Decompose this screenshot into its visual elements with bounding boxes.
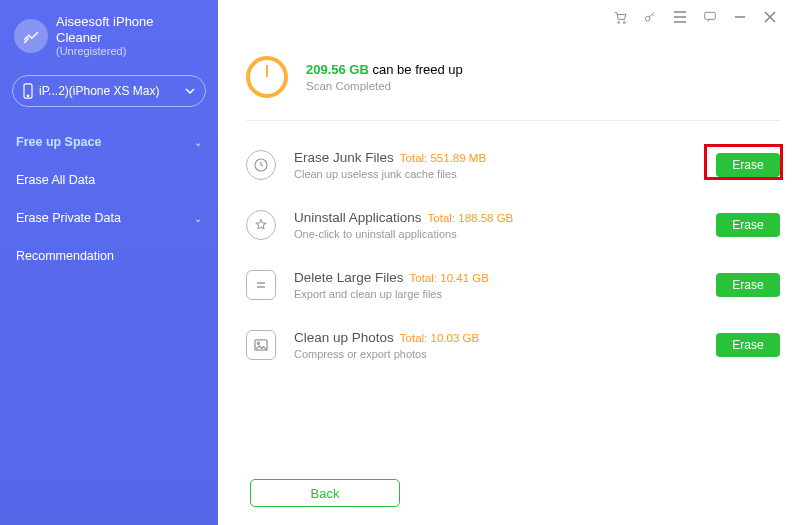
- app-branding: Aiseesoft iPhoneCleaner (Unregistered): [0, 8, 218, 71]
- close-button[interactable]: [762, 11, 778, 23]
- item-total: Total: 188.58 GB: [428, 212, 514, 224]
- svg-point-1: [27, 95, 29, 97]
- svg-point-4: [645, 16, 650, 21]
- cleanup-items: Erase Junk FilesTotal: 551.89 MB Clean u…: [246, 135, 780, 375]
- app-logo-icon: [14, 19, 48, 53]
- item-total: Total: 10.41 GB: [410, 272, 489, 284]
- scan-summary: 209.56 GB can be freed up Scan Completed: [246, 56, 780, 121]
- device-selector[interactable]: iP...2)(iPhone XS Max): [12, 75, 206, 107]
- item-title: Erase Junk Files: [294, 150, 394, 165]
- item-total: Total: 551.89 MB: [400, 152, 486, 164]
- nav-free-up-space[interactable]: Free up Space ⌄: [0, 123, 218, 161]
- item-title: Uninstall Applications: [294, 210, 422, 225]
- chevron-down-icon: ⌄: [194, 137, 202, 148]
- erase-button-large[interactable]: Erase: [716, 273, 780, 297]
- svg-point-2: [617, 21, 619, 23]
- nav-recommendation[interactable]: Recommendation: [0, 237, 218, 275]
- svg-rect-5: [705, 12, 716, 19]
- sidebar-nav: Free up Space ⌄ Erase All Data Erase Pri…: [0, 123, 218, 275]
- item-photos: Clean up PhotosTotal: 10.03 GB Compress …: [246, 315, 780, 375]
- nav-label: Erase Private Data: [16, 211, 121, 225]
- item-junk-files: Erase Junk FilesTotal: 551.89 MB Clean u…: [246, 135, 780, 195]
- nav-erase-all-data[interactable]: Erase All Data: [0, 161, 218, 199]
- minimize-button[interactable]: [732, 11, 748, 23]
- summary-amount: 209.56 GB: [306, 62, 369, 77]
- svg-point-8: [257, 342, 259, 344]
- clock-icon: [246, 150, 276, 180]
- item-title: Clean up Photos: [294, 330, 394, 345]
- nav-label: Erase All Data: [16, 173, 95, 187]
- item-desc: Export and clean up large files: [294, 288, 489, 300]
- cart-icon[interactable]: [612, 10, 628, 25]
- item-title: Delete Large Files: [294, 270, 404, 285]
- app-title: Aiseesoft iPhoneCleaner: [56, 14, 154, 45]
- nav-label: Free up Space: [16, 135, 101, 149]
- app-status: (Unregistered): [56, 45, 154, 57]
- erase-button-photos[interactable]: Erase: [716, 333, 780, 357]
- erase-button-junk[interactable]: Erase: [716, 153, 780, 177]
- file-icon: [246, 270, 276, 300]
- feedback-icon[interactable]: [702, 10, 718, 24]
- item-desc: Compress or export photos: [294, 348, 479, 360]
- main-panel: 209.56 GB can be freed up Scan Completed…: [218, 0, 800, 525]
- menu-icon[interactable]: [672, 11, 688, 23]
- key-icon[interactable]: [642, 10, 658, 24]
- nav-label: Recommendation: [16, 249, 114, 263]
- device-label: iP...2)(iPhone XS Max): [39, 84, 160, 98]
- image-icon: [246, 330, 276, 360]
- summary-headline: 209.56 GB can be freed up: [306, 62, 463, 77]
- item-desc: One-click to uninstall applications: [294, 228, 513, 240]
- summary-tail: can be freed up: [369, 62, 463, 77]
- item-large-files: Delete Large FilesTotal: 10.41 GB Export…: [246, 255, 780, 315]
- item-total: Total: 10.03 GB: [400, 332, 479, 344]
- item-desc: Clean up useless junk cache files: [294, 168, 486, 180]
- star-icon: [246, 210, 276, 240]
- sidebar: Aiseesoft iPhoneCleaner (Unregistered) i…: [0, 0, 218, 525]
- phone-icon: [23, 83, 33, 99]
- erase-button-apps[interactable]: Erase: [716, 213, 780, 237]
- window-titlebar: [246, 0, 780, 30]
- chevron-down-icon: [185, 88, 195, 94]
- svg-point-3: [623, 21, 625, 23]
- item-uninstall-apps: Uninstall ApplicationsTotal: 188.58 GB O…: [246, 195, 780, 255]
- chevron-down-icon: ⌄: [194, 213, 202, 224]
- nav-erase-private-data[interactable]: Erase Private Data ⌄: [0, 199, 218, 237]
- back-button[interactable]: Back: [250, 479, 400, 507]
- summary-pie-icon: [246, 56, 288, 98]
- summary-status: Scan Completed: [306, 80, 463, 92]
